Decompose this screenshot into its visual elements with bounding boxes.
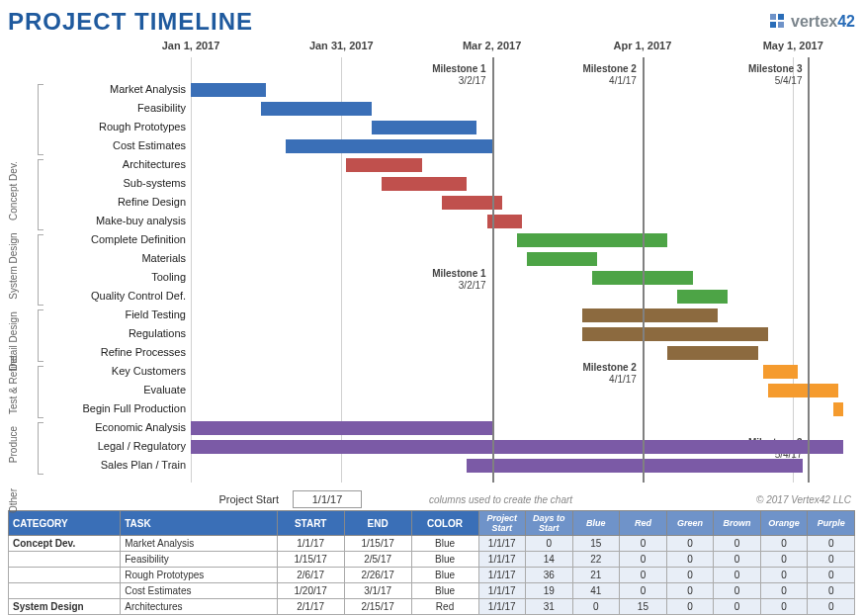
table-cell[interactable]: Blue bbox=[411, 568, 478, 583]
milestone-label-inline: Milestone 13/2/17 bbox=[432, 268, 489, 292]
table-cell[interactable]: 0 bbox=[620, 568, 667, 583]
table-cell[interactable]: 0 bbox=[714, 552, 761, 568]
gantt-bar bbox=[286, 139, 491, 153]
table-cell[interactable]: 0 bbox=[714, 583, 761, 599]
table-cell[interactable]: 15 bbox=[572, 536, 620, 552]
task-label: Sales Plan / Train bbox=[47, 460, 186, 471]
table-cell[interactable]: 0 bbox=[620, 583, 667, 599]
table-cell[interactable]: 1/1/17 bbox=[478, 568, 526, 583]
table-cell[interactable]: 0 bbox=[760, 552, 808, 568]
milestone-label-top: Milestone 24/1/17 bbox=[582, 63, 640, 87]
table-cell[interactable]: 1/1/17 bbox=[478, 552, 526, 568]
group-bracket bbox=[38, 159, 43, 230]
milestone-line bbox=[643, 57, 645, 483]
table-row: Cost Estimates1/20/173/1/17Blue1/1/17194… bbox=[9, 583, 855, 599]
table-cell[interactable]: Blue bbox=[411, 583, 478, 599]
task-label: Economic Analysis bbox=[47, 422, 186, 433]
table-cell[interactable]: 36 bbox=[526, 568, 573, 583]
table-cell[interactable]: Rough Prototypes bbox=[121, 568, 278, 583]
group-bracket bbox=[38, 234, 43, 306]
date-header: Jan 1, 2017 bbox=[162, 40, 220, 51]
gridline bbox=[341, 57, 342, 483]
logo-text-grey: vertex bbox=[791, 13, 837, 30]
project-start-row: Project Start 1/1/17 columns used to cre… bbox=[8, 490, 855, 508]
table-cell[interactable]: 1/1/17 bbox=[478, 599, 526, 615]
date-header: Mar 2, 2017 bbox=[463, 40, 521, 51]
table-cell[interactable]: 0 bbox=[760, 568, 808, 583]
table-cell[interactable]: 0 bbox=[808, 599, 855, 615]
table-cell[interactable]: 41 bbox=[572, 583, 620, 599]
table-cell[interactable]: 1/20/17 bbox=[277, 583, 344, 599]
table-cell[interactable]: 2/6/17 bbox=[277, 568, 344, 583]
table-cell[interactable]: 0 bbox=[666, 583, 714, 599]
table-cell[interactable]: 0 bbox=[808, 552, 855, 568]
table-cell[interactable]: Feasibility bbox=[121, 552, 278, 568]
table-cell[interactable]: 0 bbox=[714, 536, 761, 552]
task-label: Rough Prototypes bbox=[47, 122, 186, 132]
table-cell[interactable]: 0 bbox=[666, 599, 714, 615]
table-cell[interactable]: Concept Dev. bbox=[9, 536, 121, 552]
table-cell[interactable]: 22 bbox=[572, 552, 620, 568]
table-cell[interactable]: 21 bbox=[572, 568, 620, 583]
table-cell[interactable]: 0 bbox=[620, 536, 667, 552]
table-cell[interactable]: Market Analysis bbox=[121, 536, 278, 552]
table-cell[interactable]: 0 bbox=[760, 599, 808, 615]
table-cell[interactable]: 1/15/17 bbox=[277, 552, 344, 568]
table-header-cell: END bbox=[344, 511, 411, 536]
milestone-label-inline: Milestone 24/1/17 bbox=[582, 362, 640, 386]
task-label: Refine Processes bbox=[47, 347, 186, 358]
table-cell[interactable]: 2/5/17 bbox=[344, 552, 411, 568]
table-row: Rough Prototypes2/6/172/26/17Blue1/1/173… bbox=[9, 568, 855, 583]
table-cell[interactable] bbox=[9, 552, 121, 568]
table-cell[interactable]: 1/1/17 bbox=[478, 536, 526, 552]
table-cell[interactable] bbox=[9, 583, 121, 599]
table-cell[interactable]: 0 bbox=[666, 568, 714, 583]
table-cell[interactable]: 15 bbox=[620, 599, 667, 615]
table-cell[interactable]: 3/1/17 bbox=[344, 583, 411, 599]
table-cell[interactable]: Red bbox=[411, 599, 478, 615]
table-subheader-cell: Blue bbox=[572, 511, 620, 536]
table-cell[interactable]: 0 bbox=[572, 599, 620, 615]
table-cell[interactable]: 1/15/17 bbox=[344, 536, 411, 552]
milestone-line bbox=[492, 57, 494, 483]
table-subheader-cell: Days to Start bbox=[526, 511, 573, 536]
group-bracket bbox=[38, 422, 43, 475]
table-cell[interactable]: 0 bbox=[714, 599, 761, 615]
task-label: Feasibility bbox=[47, 103, 186, 114]
table-cell[interactable]: 31 bbox=[526, 599, 573, 615]
table-cell[interactable]: Cost Estimates bbox=[121, 583, 278, 599]
table-cell[interactable] bbox=[9, 568, 121, 583]
gantt-bar bbox=[582, 327, 768, 341]
table-cell[interactable]: Architectures bbox=[121, 599, 278, 615]
table-cell[interactable]: 0 bbox=[760, 536, 808, 552]
table-cell[interactable]: 0 bbox=[620, 552, 667, 568]
table-cell[interactable]: 14 bbox=[526, 552, 573, 568]
table-cell[interactable]: 0 bbox=[808, 536, 855, 552]
task-label: Field Testing bbox=[47, 309, 186, 320]
table-cell[interactable]: System Design bbox=[9, 599, 121, 615]
table-cell[interactable]: 0 bbox=[808, 583, 855, 599]
table-cell[interactable]: 0 bbox=[808, 568, 855, 583]
gantt-bar bbox=[768, 384, 838, 397]
table-cell[interactable]: Blue bbox=[411, 552, 478, 568]
gantt-bar bbox=[677, 290, 728, 304]
table-cell[interactable]: 2/15/17 bbox=[344, 599, 411, 615]
table-header-cell: TASK bbox=[121, 511, 278, 536]
table-cell[interactable]: Blue bbox=[411, 536, 478, 552]
project-start-value[interactable]: 1/1/17 bbox=[293, 490, 362, 508]
table-cell[interactable]: 0 bbox=[760, 583, 808, 599]
table-cell[interactable]: 2/26/17 bbox=[344, 568, 411, 583]
task-label: Tooling bbox=[47, 272, 186, 283]
table-cell[interactable]: 2/1/17 bbox=[277, 599, 344, 615]
table-cell[interactable]: 0 bbox=[526, 536, 573, 552]
table-subheader-cell: Brown bbox=[714, 511, 761, 536]
table-cell[interactable]: 19 bbox=[526, 583, 573, 599]
table-cell[interactable]: 0 bbox=[714, 568, 761, 583]
gantt-bar bbox=[517, 233, 667, 247]
table-cell[interactable]: 0 bbox=[666, 536, 714, 552]
gantt-bar bbox=[261, 102, 372, 116]
table-cell[interactable]: 1/1/17 bbox=[478, 583, 526, 599]
table-subheader-cell: Red bbox=[620, 511, 667, 536]
table-cell[interactable]: 0 bbox=[666, 552, 714, 568]
table-cell[interactable]: 1/1/17 bbox=[277, 536, 344, 552]
